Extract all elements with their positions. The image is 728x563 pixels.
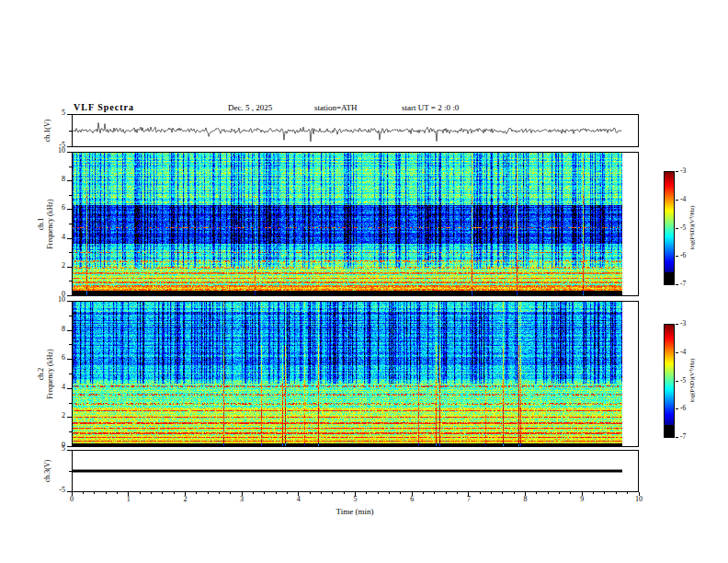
y-tick-label: 6 — [49, 204, 65, 213]
y-minor-tick — [69, 431, 72, 432]
y-major-tick — [67, 417, 72, 418]
colorbar-ch1-label: log(PSD)(V²/Hz) — [688, 187, 697, 270]
colorbar-tick — [676, 228, 678, 229]
x-minor-tick — [548, 492, 549, 494]
x-minor-tick — [196, 492, 197, 494]
colorbar-tick-label: -5 — [680, 224, 686, 232]
y-minor-tick — [69, 471, 72, 472]
x-minor-tick — [321, 492, 322, 494]
x-minor-tick — [253, 492, 254, 494]
colorbar-tick — [676, 381, 678, 382]
y-minor-tick — [69, 403, 72, 404]
y-minor-tick — [69, 281, 72, 282]
y-major-tick — [67, 146, 72, 147]
y-tick-label: 8 — [49, 176, 65, 184]
ch1-waveform-canvas — [73, 115, 638, 146]
x-minor-tick — [162, 492, 163, 494]
colorbar-ch1-canvas — [665, 172, 674, 284]
colorbar-tick-label: -3 — [680, 167, 686, 175]
x-tick-label: 7 — [460, 496, 478, 504]
y-tick-label: 8 — [49, 326, 65, 334]
ch1-waveform-panel — [72, 114, 639, 147]
x-tick-label: 0 — [63, 496, 81, 504]
x-minor-tick — [593, 492, 594, 494]
x-minor-tick — [208, 492, 209, 494]
y-major-tick — [67, 152, 72, 153]
x-tick-label: 4 — [290, 496, 308, 504]
x-minor-tick — [434, 492, 435, 494]
x-minor-tick — [366, 492, 367, 494]
station-label: station=ATH — [314, 104, 358, 112]
x-minor-tick — [276, 492, 277, 494]
y-minor-tick — [69, 167, 72, 167]
colorbar-tick-label: -4 — [680, 196, 686, 203]
x-tick-label: 3 — [233, 496, 251, 504]
x-minor-tick — [106, 492, 107, 494]
y-tick-label: 4 — [49, 234, 65, 242]
x-minor-tick — [389, 492, 390, 494]
ch2-spectrogram-panel — [72, 301, 639, 447]
x-minor-tick — [491, 492, 492, 494]
x-tick-label: 2 — [176, 496, 194, 504]
x-minor-tick — [616, 492, 617, 494]
x-minor-tick — [480, 492, 481, 494]
y-tick-label: 5 — [49, 445, 65, 454]
colorbar-tick-label: -6 — [680, 405, 686, 412]
y-major-tick — [67, 238, 72, 239]
x-minor-tick — [174, 492, 175, 494]
y-major-tick — [67, 330, 72, 331]
y-major-tick — [67, 491, 72, 492]
y-major-tick — [67, 301, 72, 302]
colorbar-tick — [676, 408, 678, 409]
x-tick-label: 9 — [573, 496, 591, 504]
colorbar-tick — [676, 352, 678, 353]
colorbar-ch2 — [664, 324, 675, 438]
axis-label-line: Frequency (kHz) — [45, 333, 54, 416]
y-tick-label: 5 — [49, 109, 65, 118]
y-minor-tick — [69, 373, 72, 374]
x-tick-label: 5 — [347, 496, 365, 504]
x-minor-tick — [604, 492, 605, 494]
x-minor-tick — [140, 492, 141, 494]
x-minor-tick — [627, 492, 628, 494]
x-minor-tick — [502, 492, 503, 494]
y-tick-label: 2 — [49, 262, 65, 270]
colorbar-tick — [676, 284, 678, 285]
x-minor-tick — [332, 492, 333, 494]
y-major-tick — [67, 295, 72, 296]
colorbar-tick-label: -6 — [680, 252, 686, 259]
axis-label-line: ch.2 — [37, 333, 46, 416]
x-minor-tick — [151, 492, 152, 494]
ch3-waveform-panel — [72, 450, 639, 492]
ch3-waveform-canvas — [73, 451, 638, 491]
colorbar-ch1 — [664, 171, 675, 285]
y-major-tick — [67, 209, 72, 210]
colorbar-ch2-label: log(PSD)(V²/Hz) — [688, 339, 697, 422]
y-tick-label: -5 — [49, 487, 65, 495]
plot-title: VLF Spectra — [74, 103, 134, 112]
x-minor-tick — [83, 492, 84, 494]
x-minor-tick — [514, 492, 515, 494]
x-minor-tick — [310, 492, 311, 494]
colorbar-tick — [676, 171, 678, 172]
y-minor-tick — [69, 224, 72, 224]
vlf-spectra-figure: VLF Spectra Dec. 5 , 2025 station=ATH st… — [0, 0, 728, 563]
y-minor-tick — [69, 195, 72, 196]
x-minor-tick — [219, 492, 220, 494]
x-tick-label: 8 — [517, 496, 535, 504]
x-minor-tick — [446, 492, 447, 494]
y-minor-tick — [69, 131, 72, 132]
date-label: Dec. 5 , 2025 — [228, 104, 272, 112]
y-tick-label: 4 — [49, 384, 65, 392]
y-major-tick — [67, 450, 72, 451]
y-tick-label: 10 — [49, 296, 65, 304]
x-tick-label: 1 — [119, 496, 138, 504]
colorbar-tick — [676, 200, 678, 201]
x-minor-tick — [264, 492, 265, 494]
ch3-voltage-axis-label: ch.3(V) — [43, 453, 52, 489]
colorbar-ch2-canvas — [665, 325, 674, 437]
ch2-frequency-axis-label: ch.2 Frequency (kHz) — [37, 333, 56, 416]
y-major-tick — [67, 114, 72, 115]
x-minor-tick — [344, 492, 345, 494]
y-tick-label: 2 — [49, 412, 65, 420]
